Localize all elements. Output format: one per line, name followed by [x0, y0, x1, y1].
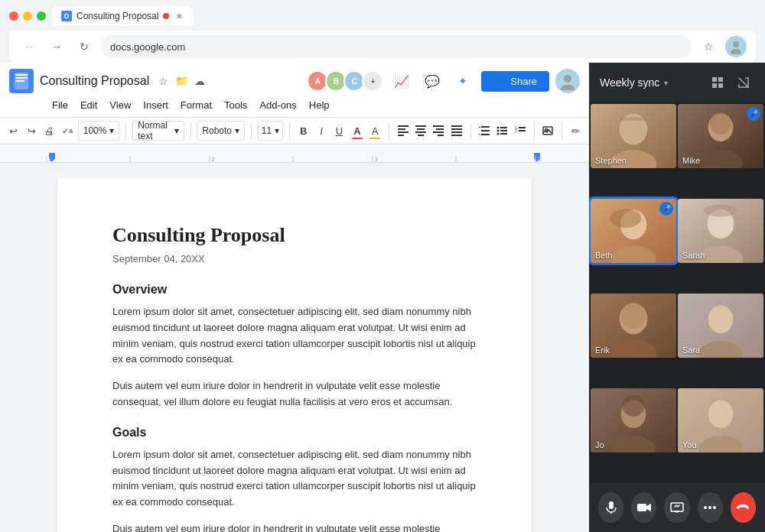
underline-button[interactable]: U — [332, 121, 347, 141]
reload-button[interactable]: ↻ — [73, 36, 95, 57]
goals-paragraph-2: Duis autem vel eum iriure dolor in hendr… — [112, 521, 477, 532]
menu-help[interactable]: Help — [303, 96, 336, 114]
docs-menubar: File Edit View Insert Format Tools Add-o… — [9, 96, 580, 114]
menu-addons[interactable]: Add-ons — [253, 96, 302, 114]
more-tools-button[interactable]: ✏ — [568, 121, 583, 141]
font-selector[interactable]: Roboto ▾ — [197, 121, 245, 141]
video-tile-stephen[interactable]: Stephen — [591, 104, 676, 168]
docs-content[interactable]: Consulting Proposal September 04, 20XX O… — [0, 163, 589, 532]
bookmark-button[interactable]: ☆ — [698, 36, 719, 57]
font-arrow: ▾ — [235, 125, 239, 136]
close-window-button[interactable] — [9, 11, 18, 21]
camera-toggle-button[interactable] — [631, 492, 656, 523]
tab-title: Consulting Proposal — [76, 11, 158, 21]
svg-point-1 — [731, 49, 741, 54]
bullets-button[interactable] — [495, 121, 509, 141]
svg-point-47 — [710, 112, 732, 135]
tab-close-button[interactable]: ✕ — [174, 11, 184, 21]
meet-dropdown-arrow[interactable]: ▾ — [664, 79, 668, 87]
trending-button[interactable]: 📈 — [389, 69, 414, 93]
video-tile-jo[interactable]: Jo — [591, 388, 676, 453]
insert-image-button[interactable] — [540, 121, 555, 141]
toolbar-sep-8 — [562, 123, 562, 138]
toolbar-sep-3 — [251, 123, 252, 138]
font-value: Roboto — [202, 125, 232, 136]
menu-format[interactable]: Format — [174, 96, 218, 114]
meet-grid-view-button[interactable] — [707, 72, 728, 93]
share-button[interactable]: 👤 Share — [481, 71, 549, 92]
back-button[interactable]: ← — [18, 36, 40, 57]
svg-rect-31 — [519, 127, 526, 128]
svg-rect-17 — [451, 125, 462, 127]
tab-favicon: D — [61, 11, 72, 21]
svg-point-70 — [708, 401, 734, 429]
present-button[interactable] — [664, 492, 689, 523]
video-tile-erik[interactable]: Erik — [591, 294, 676, 358]
browser-user-avatar[interactable] — [725, 36, 747, 57]
mike-name: Mike — [682, 156, 700, 165]
cloud-icon[interactable]: ☁ — [192, 73, 207, 89]
docs-app-icon — [9, 69, 34, 93]
toolbar-sep-5 — [389, 123, 389, 138]
svg-rect-11 — [415, 131, 426, 133]
video-tile-mike[interactable]: Mike 🎤 — [678, 104, 763, 168]
svg-point-51 — [610, 209, 641, 227]
svg-rect-19 — [451, 131, 462, 133]
bold-button[interactable]: B — [296, 121, 311, 141]
line-spacing-button[interactable] — [477, 121, 491, 141]
minimize-window-button[interactable] — [23, 11, 32, 21]
document-page: Consulting Proposal September 04, 20XX O… — [57, 178, 532, 532]
highlight-label: A — [372, 125, 379, 137]
numbering-button[interactable]: 1.2. — [513, 121, 527, 141]
undo-button[interactable]: ↩ — [6, 121, 21, 141]
svg-rect-25 — [500, 127, 507, 128]
browser-tab[interactable]: D Consulting Proposal ✕ — [52, 6, 194, 26]
menu-edit[interactable]: Edit — [74, 96, 103, 114]
video-tile-sarah[interactable]: Sarah — [678, 199, 763, 263]
font-size-selector[interactable]: 11 ▾ — [258, 121, 283, 141]
meet-header: Weekly sync ▾ — [589, 63, 765, 102]
video-tile-sara[interactable]: Sara — [678, 294, 763, 358]
svg-text:2.: 2. — [515, 128, 518, 133]
share-label: Share — [510, 76, 537, 87]
gemini-button[interactable]: ✦ — [451, 69, 475, 93]
move-icon[interactable]: 📁 — [174, 73, 189, 89]
menu-file[interactable]: File — [46, 96, 74, 114]
redo-button[interactable]: ↪ — [24, 121, 38, 141]
docs-title-row: Consulting Proposal ☆ 📁 ☁ A B C + 📈 — [9, 69, 580, 93]
align-right-button[interactable] — [431, 121, 446, 141]
collab-more: + — [362, 70, 383, 92]
document-title[interactable]: Consulting Proposal — [40, 74, 149, 88]
forward-button[interactable]: → — [46, 36, 67, 57]
highlight-button[interactable]: A — [368, 121, 382, 141]
spellcheck-button[interactable]: ✓a — [60, 121, 74, 141]
highlight-indicator — [369, 138, 380, 139]
italic-button[interactable]: I — [314, 121, 328, 141]
video-tile-you[interactable]: You — [678, 388, 763, 453]
comment-button[interactable]: 💬 — [420, 69, 444, 93]
maximize-window-button[interactable] — [37, 11, 46, 21]
meet-expand-button[interactable] — [733, 72, 754, 93]
align-justify-button[interactable] — [449, 121, 464, 141]
svg-point-0 — [733, 41, 739, 47]
menu-insert[interactable]: Insert — [137, 96, 174, 114]
more-options-button[interactable] — [698, 492, 723, 523]
svg-rect-27 — [500, 130, 507, 131]
menu-view[interactable]: View — [103, 96, 137, 114]
svg-rect-20 — [451, 135, 462, 136]
video-tile-beth[interactable]: Beth 🎤 — [591, 199, 676, 263]
menu-tools[interactable]: Tools — [218, 96, 253, 114]
align-left-button[interactable] — [396, 121, 410, 141]
zoom-selector[interactable]: 100% ▾ — [78, 121, 120, 141]
star-icon[interactable]: ☆ — [155, 73, 171, 89]
address-bar[interactable] — [101, 35, 692, 58]
print-button[interactable]: 🖨 — [42, 121, 57, 141]
font-size-arrow: ▾ — [275, 125, 279, 136]
end-call-button[interactable] — [731, 492, 756, 523]
docs-user-avatar[interactable] — [555, 69, 580, 93]
paragraph-style-selector[interactable]: Normal text ▾ — [132, 121, 184, 141]
overview-paragraph-1: Lorem ipsum dolor sit amet, consectetuer… — [112, 304, 477, 368]
align-center-button[interactable] — [413, 121, 428, 141]
text-color-button[interactable]: A — [350, 121, 364, 141]
mic-toggle-button[interactable] — [598, 492, 623, 523]
